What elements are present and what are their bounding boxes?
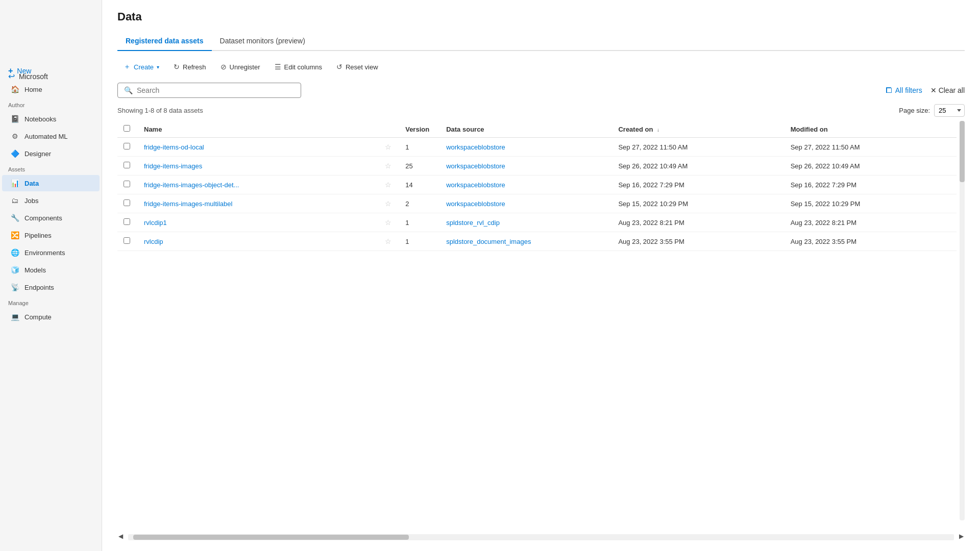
row-name-link[interactable]: rvlcdip [144,238,163,245]
row-datasource-cell: spldstore_document_images [440,232,612,251]
column-header-modified[interactable]: Modified on [785,121,957,138]
unregister-button[interactable]: ⊘ Unregister [214,60,266,74]
sidebar-item-environments[interactable]: 🌐 Environments [2,244,100,261]
edit-columns-icon: ☰ [275,63,281,71]
refresh-button[interactable]: ↻ Refresh [167,60,212,74]
row-checkbox-cell[interactable] [117,176,138,194]
automated-ml-label: Automated ML [24,133,68,140]
tab-registered-data-assets[interactable]: Registered data assets [117,32,212,51]
sidebar-item-pipelines[interactable]: 🔀 Pipelines [2,227,100,243]
row-checkbox-cell[interactable] [117,138,138,157]
row-datasource-link[interactable]: workspaceblobstore [446,143,505,151]
sidebar-item-compute[interactable]: 💻 Compute [2,309,100,325]
refresh-icon: ↻ [174,63,180,71]
home-icon: 🏠 [10,85,19,93]
page-size-select[interactable]: 25 10 50 100 [934,104,965,117]
models-label: Models [24,266,46,274]
edit-columns-button[interactable]: ☰ Edit columns [268,60,328,74]
sidebar-item-designer[interactable]: 🔷 Designer [2,145,100,162]
hscroll-right-arrow[interactable]: ▶ [958,532,965,541]
row-checkbox[interactable] [124,181,130,187]
table-wrapper[interactable]: Name Version Data source Created on ↓ [117,121,965,530]
row-datasource-cell: workspaceblobstore [440,194,612,213]
row-name-link[interactable]: fridge-items-od-local [144,143,204,151]
components-icon: 🔧 [10,214,19,222]
filter-row-right: ⧠ All filters ✕ Clear all [885,86,965,94]
sidebar-item-jobs[interactable]: 🗂 Jobs [2,192,100,209]
vertical-scrollbar-thumb[interactable] [960,121,965,182]
sidebar-item-automated-ml[interactable]: ⚙ Automated ML [2,128,100,144]
row-modified-cell: Aug 23, 2022 3:55 PM [785,232,957,251]
row-name-link[interactable]: fridge-items-images [144,162,202,170]
row-created-cell: Sep 26, 2022 10:49 AM [612,157,784,176]
row-checkbox-cell[interactable] [117,194,138,213]
star-icon[interactable]: ☆ [385,143,391,151]
row-checkbox[interactable] [124,199,130,206]
row-modified-cell: Sep 16, 2022 7:29 PM [785,176,957,194]
column-header-datasource[interactable]: Data source [440,121,612,138]
row-name-link[interactable]: fridge-items-images-object-det... [144,181,239,189]
assets-section-label: Assets [0,162,102,174]
star-icon[interactable]: ☆ [385,237,391,245]
row-datasource-link[interactable]: workspaceblobstore [446,200,505,208]
row-version-cell: 1 [399,213,440,232]
horizontal-scrollbar-thumb[interactable] [133,535,409,540]
table-row: fridge-items-images ☆ 25 workspaceblobst… [117,157,957,176]
row-checkbox-cell[interactable] [117,213,138,232]
star-icon[interactable]: ☆ [385,199,391,208]
sidebar-microsoft-link[interactable]: ↩ Microsoft [0,66,56,86]
hscroll-left-arrow[interactable]: ◀ [117,532,124,541]
row-name-link[interactable]: rvlcdip1 [144,219,167,227]
row-star-cell[interactable]: ☆ [379,194,399,213]
row-name-link[interactable]: fridge-items-images-multilabel [144,200,232,208]
row-checkbox-cell[interactable] [117,157,138,176]
column-header-version[interactable]: Version [399,121,440,138]
row-modified-cell: Sep 26, 2022 10:49 AM [785,157,957,176]
row-checkbox[interactable] [124,162,130,168]
select-all-checkbox[interactable] [124,125,130,132]
search-box[interactable]: 🔍 [117,83,301,98]
sidebar-item-notebooks[interactable]: 📓 Notebooks [2,111,100,127]
row-datasource-link[interactable]: spldstore_document_images [446,238,531,245]
sidebar-item-endpoints[interactable]: 📡 Endpoints [2,279,100,295]
environments-icon: 🌐 [10,248,19,257]
row-star-cell[interactable]: ☆ [379,232,399,251]
unregister-icon: ⊘ [220,63,227,71]
column-header-created[interactable]: Created on ↓ [612,121,784,138]
create-button[interactable]: ＋ Create ▾ [117,59,165,74]
row-star-cell[interactable]: ☆ [379,157,399,176]
sidebar-item-components[interactable]: 🔧 Components [2,210,100,226]
tab-dataset-monitors[interactable]: Dataset monitors (preview) [212,32,313,51]
clear-all-button[interactable]: ✕ Clear all [930,86,965,94]
column-header-name[interactable]: Name [138,121,379,138]
table-row: rvlcdip ☆ 1 spldstore_document_images Au… [117,232,957,251]
vertical-scrollbar-track[interactable] [960,121,965,520]
star-icon[interactable]: ☆ [385,218,391,227]
row-star-cell[interactable]: ☆ [379,176,399,194]
row-checkbox[interactable] [124,143,130,149]
row-datasource-cell: workspaceblobstore [440,157,612,176]
sidebar-item-data[interactable]: 📊 Data [2,175,100,191]
row-star-cell[interactable]: ☆ [379,213,399,232]
toolbar: ＋ Create ▾ ↻ Refresh ⊘ Unregister ☰ Edit… [117,59,965,74]
sidebar-item-models[interactable]: 🧊 Models [2,262,100,278]
column-header-checkbox[interactable] [117,121,138,138]
star-icon[interactable]: ☆ [385,162,391,170]
horizontal-scrollbar-track[interactable] [128,534,954,540]
row-datasource-link[interactable]: spldstore_rvl_cdip [446,219,500,227]
star-icon[interactable]: ☆ [385,181,391,189]
row-name-cell: fridge-items-images-object-det... [138,176,379,194]
row-datasource-cell: workspaceblobstore [440,138,612,157]
row-checkbox[interactable] [124,237,130,244]
row-datasource-link[interactable]: workspaceblobstore [446,162,505,170]
row-checkbox[interactable] [124,218,130,225]
showing-label: Showing 1-8 of 8 data assets [117,107,203,114]
notebooks-label: Notebooks [24,115,56,123]
row-checkbox-cell[interactable] [117,232,138,251]
reset-view-button[interactable]: ↺ Reset view [330,60,384,74]
row-datasource-link[interactable]: workspaceblobstore [446,181,505,189]
search-input[interactable] [137,86,295,94]
row-star-cell[interactable]: ☆ [379,138,399,157]
row-version-cell: 1 [399,232,440,251]
all-filters-button[interactable]: ⧠ All filters [885,86,922,94]
